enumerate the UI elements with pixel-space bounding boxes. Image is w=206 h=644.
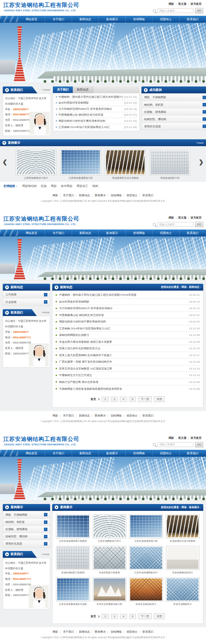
footer-nav-item[interactable]: 新闻动态: [79, 630, 90, 633]
news-item[interactable]: 广西在建第一高楼 南宁龙光世纪钢结构开吊13-12-16: [56, 359, 200, 365]
nav-item-about[interactable]: 关于我们: [45, 230, 71, 236]
nav-item-news[interactable]: 新闻动态: [72, 450, 99, 456]
footer-nav-item[interactable]: 招贤纳士: [127, 630, 138, 633]
nav-item-contact[interactable]: 联系我们: [179, 16, 206, 22]
pagination-last[interactable]: 末页: [154, 613, 165, 619]
pagination-page[interactable]: 3: [111, 397, 118, 402]
category-item[interactable]: 轻钢别墅、膜结构›: [142, 115, 206, 122]
search-go-button[interactable]: GO: [195, 442, 203, 447]
news-item[interactable]: 世界五百强企业宝钢集团 10亿项目花落卫辉13-12-13: [56, 365, 200, 372]
category-item[interactable]: 网架、不锈钢网架›: [142, 94, 206, 101]
tab-news[interactable]: 新闻动态: [73, 86, 93, 93]
contact-more-link[interactable]: +more: [42, 309, 49, 316]
news-item[interactable]: »中国南极泰山站 钢结构主体已经封顶[14-01-07]: [56, 112, 137, 118]
nav-item-news[interactable]: 新闻动态: [72, 230, 99, 236]
category-item[interactable]: 铝塑板、玻璃幕墙›: [3, 526, 50, 533]
pagination-page[interactable]: 3: [111, 614, 118, 619]
footer-nav-item[interactable]: 案例展示: [95, 194, 106, 197]
category-item[interactable]: 玻璃采光顶面›: [142, 122, 206, 130]
showcase-item[interactable]: 江苏安迪网架设计加工: [16, 149, 56, 180]
news-item[interactable]: 中建钢构：国内最大室内主题公园工程主体封顶预计2015年迎客14-01-21: [56, 292, 200, 298]
case-item[interactable]: 安迪玻璃采光顶工程案例: [166, 514, 200, 543]
pagination-page[interactable]: 5: [129, 397, 136, 402]
friend-link[interactable]: 网架: [51, 184, 57, 188]
case-item[interactable]: 江苏安迪承接玻璃采光顶面: [56, 577, 90, 606]
top-link-sethome[interactable]: 设为首页: [191, 436, 202, 440]
nav-item-network[interactable]: 营销网络: [125, 16, 152, 22]
footer-nav-item[interactable]: 案例展示: [95, 630, 106, 633]
news-item[interactable]: 辛迪总部大楼存假冒钢筋 成浙江最大假冒案13-12-25: [56, 339, 200, 346]
top-link-home[interactable]: 网架: [169, 436, 174, 440]
nav-item-about[interactable]: 关于我们: [45, 16, 71, 22]
top-link-sethome[interactable]: 设为首页: [191, 216, 202, 219]
carousel-next-icon[interactable]: ❯: [199, 159, 204, 165]
nav-item-jobs[interactable]: 招贤纳士: [152, 450, 179, 456]
news-item[interactable]: »如何利用拔杆安装钢网架[14-01-14]: [56, 100, 137, 106]
showcase-item[interactable]: 江苏安迪玻璃幕墙工程: [60, 149, 101, 180]
footer-nav-item[interactable]: 新闻动态: [79, 194, 90, 197]
tab-about[interactable]: 关于我们: [53, 86, 73, 93]
footer-nav-item[interactable]: 营销网络: [111, 194, 122, 197]
showcase-item[interactable]: 安迪轻钢别墅工程: [150, 149, 190, 180]
footer-nav-item[interactable]: 关于我们: [63, 630, 74, 633]
footer-nav-item[interactable]: 网架: [53, 414, 58, 417]
news-item[interactable]: 方大特钢折旧增利4800万 新年首家折旧钢企14-01-11: [56, 305, 200, 312]
search-input[interactable]: [158, 8, 193, 13]
top-link-home[interactable]: 网架: [169, 2, 174, 5]
footer-nav-item[interactable]: 新闻动态: [79, 414, 90, 417]
contact-more-link[interactable]: +more: [42, 551, 49, 558]
showcase-item[interactable]: 安迪玻璃采光顶工程案例: [105, 149, 146, 180]
case-item[interactable]: 江苏安迪玻璃幕墙工程: [129, 514, 163, 543]
news-item[interactable]: 江苏锡钢 2014年份计划实现销售收入33亿13-12-30: [56, 325, 200, 332]
footer-nav-item[interactable]: 网架: [53, 194, 58, 197]
nav-item-cases[interactable]: 案例展示: [99, 450, 125, 456]
news-item[interactable]: 简单介绍几种常见的网架安装方法13-12-19: [56, 345, 200, 352]
news-item[interactable]: 中建钢构北方大区正式成立13-12-10: [56, 372, 200, 379]
case-item[interactable]: 江苏安迪网架设计加工: [93, 514, 127, 543]
nav-item-cases[interactable]: 案例展示: [99, 16, 125, 22]
footer-nav-item[interactable]: 营销网络: [111, 414, 122, 417]
nav-item-network[interactable]: 营销网络: [125, 230, 152, 236]
footer-nav-item[interactable]: 关于我们: [63, 194, 74, 197]
top-link-english[interactable]: 英文版: [178, 2, 186, 5]
search-go-button[interactable]: GO: [195, 8, 203, 13]
nav-item-contact[interactable]: 联系我们: [179, 450, 206, 456]
footer-nav-item[interactable]: 联系我们: [142, 414, 153, 417]
news-item[interactable]: 谈钢结构网架的抗震能力13-12-28: [56, 332, 200, 339]
case-item[interactable]: 安迪专业网架加工: [166, 577, 200, 606]
footer-nav-item[interactable]: 网架: [53, 630, 58, 633]
top-link-sethome[interactable]: 设为首页: [191, 2, 202, 5]
sidebar-item-company-news[interactable]: 公司新闻›: [3, 291, 50, 298]
pagination-first[interactable]: 首页: [91, 397, 96, 401]
pagination-last[interactable]: 末页: [154, 396, 165, 402]
category-item[interactable]: 铝塑板、玻璃幕墙›: [142, 108, 206, 115]
category-item[interactable]: 钢结构、管桁架›: [142, 101, 206, 108]
footer-nav-item[interactable]: 案例展示: [95, 414, 106, 417]
news-item[interactable]: 钢铁行业产能过剩 将出台新标准13-12-05: [56, 379, 200, 386]
search-input[interactable]: [158, 222, 193, 227]
search-go-button[interactable]: GO: [195, 222, 203, 227]
top-link-home[interactable]: 网架: [169, 216, 174, 219]
nav-item-jobs[interactable]: 招贤纳士: [152, 16, 179, 22]
pagination-page[interactable]: 2: [102, 397, 108, 402]
search-input[interactable]: [158, 442, 193, 447]
nav-item-about[interactable]: 关于我们: [45, 450, 71, 456]
pagination-page[interactable]: 4: [120, 614, 127, 619]
footer-nav-item[interactable]: 联系我们: [142, 630, 153, 633]
news-item[interactable]: 网架结构设计的时候不要采用单层结构14-01-02: [56, 318, 200, 325]
footer-nav-item[interactable]: 招贤纳士: [127, 194, 138, 197]
pagination-first[interactable]: 首页: [91, 614, 96, 618]
pagination-page[interactable]: 2: [102, 614, 108, 619]
nav-item-contact[interactable]: 联系我们: [179, 230, 206, 236]
pagination-page[interactable]: 5: [129, 614, 136, 619]
footer-nav-item[interactable]: 联系我们: [142, 194, 153, 197]
showcase-more-link[interactable]: +more: [196, 141, 204, 144]
friend-link[interactable]: 网架加工: [77, 184, 88, 188]
nav-item-home[interactable]: 网站首页: [18, 16, 45, 22]
category-item[interactable]: 玻璃采光顶面›: [3, 540, 50, 547]
nav-item-news[interactable]: 新闻动态: [72, 16, 99, 22]
category-item[interactable]: 钢结构、管桁架›: [3, 518, 50, 526]
nav-item-home[interactable]: 网站首页: [18, 450, 45, 456]
pagination-next[interactable]: 下一页: [138, 396, 152, 402]
pagination-page[interactable]: 4: [120, 397, 127, 402]
